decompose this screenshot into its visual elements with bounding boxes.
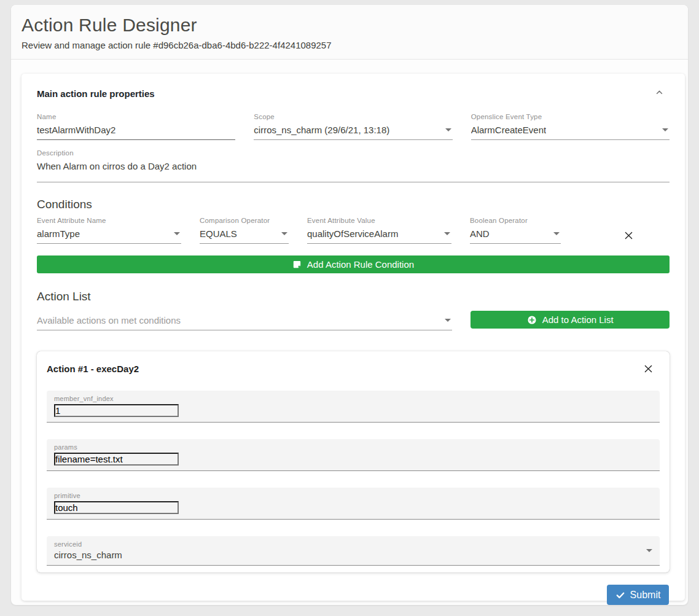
- page-title: Action Rule Designer: [21, 15, 678, 36]
- event-attribute-value-group: Event Attribute Value qualityOfServiceAl…: [307, 217, 451, 244]
- page-header: Action Rule Designer Review and manage a…: [11, 5, 688, 60]
- primitive-field: primitive: [47, 488, 660, 520]
- main-panel-title: Main action rule properties: [37, 88, 155, 99]
- page-subtitle: Review and manage action rule #d96cb26a-…: [21, 40, 678, 50]
- event-type-select[interactable]: AlarmCreateEvent: [471, 122, 670, 140]
- member-vnf-index-label: member_vnf_index: [54, 395, 652, 402]
- chevron-down-icon: [445, 319, 451, 322]
- remove-action-button[interactable]: [643, 364, 654, 374]
- comparison-operator-group: Comparison Operator EQUALS: [200, 217, 289, 244]
- chevron-down-icon: [662, 128, 668, 131]
- conditions-heading: Conditions: [37, 198, 670, 211]
- event-attribute-name-select[interactable]: alarmType: [37, 225, 181, 244]
- scope-value: cirros_ns_charm (29/6/21, 13:18): [254, 125, 389, 135]
- comparison-operator-value: EQUALS: [200, 228, 237, 239]
- add-condition-button[interactable]: Add Action Rule Condition: [37, 255, 670, 273]
- description-field-group: Description: [37, 149, 670, 182]
- description-input[interactable]: [37, 161, 668, 171]
- boolean-operator-select[interactable]: AND: [470, 225, 561, 244]
- submit-label: Submit: [630, 590, 661, 601]
- chevron-down-icon: [646, 549, 652, 552]
- serviceid-value: cirros_ns_charm: [54, 550, 641, 560]
- available-actions-placeholder: Available actions on met conditions: [37, 315, 181, 326]
- action-card-title: Action #1 - execDay2: [47, 364, 139, 374]
- event-type-field-group: Openslice Event Type AlarmCreateEvent: [471, 113, 670, 140]
- params-field: params: [47, 439, 660, 471]
- action-list-heading: Action List: [37, 290, 670, 303]
- boolean-operator-label: Boolean Operator: [470, 217, 561, 224]
- chevron-down-icon: [281, 232, 287, 235]
- remove-condition-button[interactable]: [623, 230, 634, 241]
- add-condition-label: Add Action Rule Condition: [307, 259, 414, 270]
- available-actions-select[interactable]: Available actions on met conditions: [37, 312, 452, 330]
- chevron-down-icon: [444, 232, 450, 235]
- name-label: Name: [37, 113, 235, 120]
- chevron-up-icon: [654, 87, 665, 98]
- boolean-operator-value: AND: [470, 228, 490, 239]
- available-actions-group: Available actions on met conditions: [37, 311, 452, 330]
- serviceid-field[interactable]: serviceid cirros_ns_charm: [47, 536, 660, 566]
- add-circle-icon: [527, 315, 537, 325]
- event-attribute-value-value: qualityOfServiceAlarm: [307, 228, 398, 239]
- scope-label: Scope: [254, 113, 452, 120]
- check-icon: [615, 590, 625, 600]
- submit-button[interactable]: Submit: [607, 585, 669, 605]
- event-type-value: AlarmCreateEvent: [471, 125, 547, 135]
- collapse-panel-button[interactable]: [654, 87, 665, 98]
- comparison-operator-label: Comparison Operator: [200, 217, 289, 224]
- scope-field-group: Scope cirros_ns_charm (29/6/21, 13:18): [254, 113, 452, 140]
- chevron-down-icon: [445, 128, 451, 131]
- event-attribute-name-value: alarmType: [37, 228, 80, 239]
- scope-select[interactable]: cirros_ns_charm (29/6/21, 13:18): [254, 122, 452, 140]
- name-field-group: Name: [37, 113, 235, 140]
- condition-row: Event Attribute Name alarmType Compariso…: [37, 217, 670, 244]
- primitive-label: primitive: [54, 492, 652, 499]
- event-attribute-name-group: Event Attribute Name alarmType: [37, 217, 181, 244]
- params-label: params: [54, 443, 652, 451]
- name-input[interactable]: [37, 125, 234, 135]
- description-label: Description: [37, 149, 670, 157]
- add-to-action-list-button[interactable]: Add to Action List: [471, 311, 670, 329]
- primitive-input[interactable]: [54, 501, 179, 514]
- close-icon: [643, 364, 654, 374]
- serviceid-label: serviceid: [54, 540, 641, 548]
- member-vnf-index-field: member_vnf_index: [47, 391, 660, 423]
- comparison-operator-select[interactable]: EQUALS: [200, 225, 289, 244]
- boolean-operator-group: Boolean Operator AND: [470, 217, 561, 244]
- main-rule-card: Main action rule properties Name Scope c…: [21, 74, 685, 601]
- action-rule-designer-page: Action Rule Designer Review and manage a…: [11, 5, 688, 605]
- event-attribute-name-label: Event Attribute Name: [37, 217, 181, 224]
- event-attribute-value-select[interactable]: qualityOfServiceAlarm: [307, 225, 451, 244]
- chevron-down-icon: [553, 232, 560, 235]
- note-add-icon: [292, 260, 302, 269]
- event-type-label: Openslice Event Type: [471, 113, 670, 120]
- params-input[interactable]: [54, 453, 179, 466]
- close-icon: [623, 230, 634, 241]
- member-vnf-index-input[interactable]: [54, 404, 179, 417]
- add-to-action-list-label: Add to Action List: [542, 314, 614, 325]
- chevron-down-icon: [174, 232, 180, 235]
- event-attribute-value-label: Event Attribute Value: [307, 217, 451, 224]
- action-card: Action #1 - execDay2 member_vnf_index pa…: [37, 351, 670, 572]
